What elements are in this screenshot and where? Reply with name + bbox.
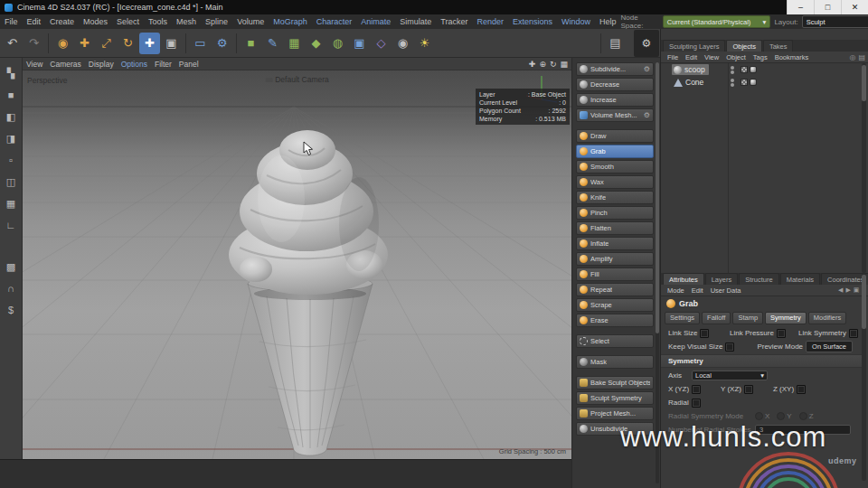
sculpt-button-grab[interactable]: Grab: [576, 145, 654, 158]
sculpt-button-scrape[interactable]: Scrape: [576, 298, 654, 312]
tab-takes[interactable]: Takes: [763, 40, 794, 52]
vp-menu-options[interactable]: Options: [118, 60, 151, 69]
keep-visual-size-checkbox[interactable]: [725, 343, 734, 352]
tab-materials[interactable]: Materials: [780, 273, 820, 285]
axis-lock-icon[interactable]: ▣: [161, 33, 182, 54]
filter-icon[interactable]: ▤: [858, 53, 865, 61]
om-menu-edit[interactable]: Edit: [682, 53, 701, 61]
scale-tool-icon[interactable]: ⤢: [96, 33, 117, 54]
preview-mode-button[interactable]: On Surface: [806, 341, 853, 352]
tab-objects[interactable]: Objects: [726, 40, 761, 52]
vp-menu-filter[interactable]: Filter: [151, 60, 175, 69]
menu-simulate[interactable]: Simulate: [395, 17, 436, 26]
checker-sphere-icon[interactable]: ▚: [3, 65, 19, 81]
zoom-icon[interactable]: ⊕: [539, 60, 546, 69]
visibility-dots[interactable]: [731, 65, 734, 75]
layout-dropdown[interactable]: Sculpt ▾: [802, 15, 868, 28]
menu-character[interactable]: Character: [312, 17, 357, 26]
sculpt-button-bake-sculpt-objects[interactable]: Bake Sculpt Objects: [576, 376, 654, 389]
render-view-icon[interactable]: ▭: [190, 33, 211, 54]
tab-structure[interactable]: Structure: [739, 273, 778, 285]
vp-menu-display[interactable]: Display: [85, 60, 118, 69]
menu-modes[interactable]: Modes: [79, 17, 112, 26]
subdivision-surface-icon[interactable]: ▦: [284, 33, 305, 54]
sculpt-button-fill[interactable]: Fill: [576, 267, 654, 281]
om-menu-tags[interactable]: Tags: [750, 53, 771, 61]
toggle-view-icon[interactable]: ▦: [560, 60, 568, 69]
om-menu-object[interactable]: Object: [722, 53, 750, 61]
pan-icon[interactable]: ✚: [529, 60, 536, 69]
sculpt-button-flatten[interactable]: Flatten: [576, 221, 654, 235]
object-row-scoop[interactable]: scoop: [661, 63, 862, 76]
texture-tag-icon[interactable]: [741, 66, 748, 73]
fields-icon[interactable]: ◍: [327, 33, 348, 54]
3d-viewport[interactable]: Perspective Default Camera LayerBase Obj…: [23, 70, 571, 459]
sculpt-button-inflate[interactable]: Inflate: [576, 237, 654, 250]
sculpt-button-decrease[interactable]: Decrease: [576, 78, 654, 91]
sculpt-button-amplify[interactable]: Amplify: [576, 252, 654, 266]
texture-mode-icon[interactable]: ◧: [3, 108, 19, 125]
om-menu-view[interactable]: View: [701, 53, 722, 61]
camera-icon[interactable]: ◉: [392, 33, 413, 54]
maximize-button[interactable]: □: [814, 0, 841, 14]
menu-tracker[interactable]: Tracker: [436, 17, 472, 26]
gear-icon[interactable]: ⚙: [644, 111, 650, 119]
grid-snap-icon[interactable]: ▩: [3, 258, 19, 275]
sculpt-button-draw[interactable]: Draw: [576, 129, 654, 143]
attr-menu-mode[interactable]: Mode: [664, 286, 688, 295]
menu-file[interactable]: File: [0, 17, 23, 26]
vp-menu-panel[interactable]: Panel: [175, 60, 203, 69]
tab-falloff[interactable]: Falloff: [702, 312, 731, 324]
add-primitive-cube-icon[interactable]: ■: [241, 33, 261, 54]
sculpt-button-repeat[interactable]: Repeat: [576, 283, 654, 296]
sculpt-button-wax[interactable]: Wax: [576, 175, 654, 189]
display-mode-icon[interactable]: ▤: [605, 33, 626, 54]
menu-animate[interactable]: Animate: [356, 17, 395, 26]
model-mode-icon[interactable]: ■: [3, 87, 19, 103]
menu-extensions[interactable]: Extensions: [508, 17, 557, 26]
live-selection-icon[interactable]: ◉: [52, 33, 73, 54]
link-size-checkbox[interactable]: [700, 329, 709, 338]
history-back-icon[interactable]: ◀: [838, 286, 843, 294]
light-icon[interactable]: ☀: [414, 33, 435, 54]
magnet-snap-icon[interactable]: ∩: [3, 280, 19, 296]
menu-mesh[interactable]: Mesh: [172, 17, 201, 26]
edges-mode-icon[interactable]: ◫: [3, 174, 19, 190]
tab-settings[interactable]: Settings: [665, 312, 700, 324]
menu-volume[interactable]: Volume: [232, 17, 269, 26]
spline-pen-icon[interactable]: ✎: [262, 33, 283, 54]
node-space-dropdown[interactable]: Current (Standard/Physical) ▾: [663, 15, 771, 28]
sculpt-button-erase[interactable]: Erase: [576, 314, 654, 327]
tab-modifiers[interactable]: Modifiers: [808, 312, 846, 324]
symmetry-section-header[interactable]: Symmetry: [661, 354, 862, 368]
sculpt-button-project-mesh[interactable]: Project Mesh...: [576, 407, 654, 420]
sculpt-button-increase[interactable]: Increase: [576, 93, 654, 107]
sculpt-button-sculpt-symmetry[interactable]: Sculpt Symmetry: [576, 391, 654, 405]
menu-select[interactable]: Select: [112, 17, 144, 26]
object-list-scrollbar[interactable]: [862, 63, 866, 273]
menu-edit[interactable]: Edit: [23, 17, 46, 26]
move-tool-icon[interactable]: ✚: [74, 33, 95, 54]
axis-dropdown[interactable]: Local ▾: [692, 371, 768, 380]
z-xy-checkbox[interactable]: [797, 385, 806, 394]
camera-label[interactable]: Default Camera: [265, 75, 329, 84]
menu-tools[interactable]: Tools: [144, 17, 172, 26]
visibility-dots[interactable]: [731, 78, 734, 88]
undo-icon[interactable]: ↶: [2, 33, 23, 54]
phong-tag-icon[interactable]: [750, 79, 757, 86]
sculpt-button-select[interactable]: Select: [576, 334, 654, 348]
polygons-mode-icon[interactable]: ▦: [3, 195, 19, 211]
dollar-icon[interactable]: $: [3, 302, 19, 318]
render-settings-icon[interactable]: ⚙: [212, 33, 232, 54]
attr-menu-user-data[interactable]: User Data: [707, 286, 745, 295]
tab-layers[interactable]: Layers: [705, 273, 739, 285]
menu-render[interactable]: Render: [472, 17, 508, 26]
vp-menu-view[interactable]: View: [23, 60, 46, 69]
menu-window[interactable]: Window: [557, 17, 595, 26]
om-menu-bookmarks[interactable]: Bookmarks: [771, 53, 813, 61]
tab-symmetry[interactable]: Symmetry: [765, 312, 807, 324]
sculpt-button-smooth[interactable]: Smooth: [576, 160, 654, 174]
sculpt-button-subdivide[interactable]: Subdivide... ⚙: [576, 62, 654, 76]
phong-tag-icon[interactable]: [750, 66, 757, 73]
lock-icon[interactable]: ▣: [854, 286, 860, 294]
